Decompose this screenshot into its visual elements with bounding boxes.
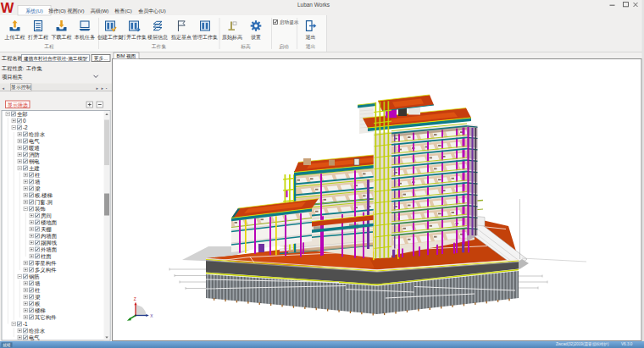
svg-text:下载工程: 下载工程 — [52, 34, 72, 40]
svg-text:弱电: 弱电 — [29, 158, 40, 165]
svg-text:本机任务: 本机任务 — [74, 35, 95, 40]
svg-text:暖通: 暖通 — [29, 145, 40, 152]
svg-text:板: 板 — [34, 301, 41, 307]
svg-text:Luban Works: Luban Works — [297, 2, 330, 8]
svg-text:启动: 启动 — [279, 44, 289, 50]
svg-text:给排水: 给排水 — [28, 131, 46, 138]
svg-text:设置: 设置 — [251, 34, 261, 40]
svg-text:打开工作集: 打开工作集 — [120, 34, 147, 41]
svg-text:楼地面: 楼地面 — [41, 219, 58, 226]
svg-text:房间: 房间 — [41, 213, 52, 219]
svg-text:视图(V): 视图(V) — [68, 8, 85, 14]
svg-text:楼梯: 楼梯 — [35, 307, 46, 313]
svg-text:W: W — [1, 0, 14, 15]
svg-text:建德市村社合作联社-施工模型: 建德市村社合作联社-施工模型 — [23, 56, 87, 62]
svg-text:电气: 电气 — [29, 138, 40, 144]
svg-text:装饰: 装饰 — [35, 206, 46, 212]
svg-text:启动提示: 启动提示 — [280, 19, 299, 25]
svg-text:显示筛选: 显示筛选 — [8, 102, 28, 108]
svg-text:会员中心(U): 会员中心(U) — [138, 8, 165, 14]
svg-text:˅: ˅ — [231, 38, 234, 42]
svg-text:更多...: 更多... — [94, 56, 108, 61]
svg-text:操作(O): 操作(O) — [48, 8, 66, 14]
svg-text:梁: 梁 — [35, 294, 41, 300]
svg-text:外墙面: 外墙面 — [41, 246, 58, 253]
svg-text:项目相关: 项目相关 — [2, 74, 23, 80]
svg-text:墙: 墙 — [34, 280, 41, 287]
svg-text:全部: 全部 — [17, 111, 28, 118]
svg-text:-1: -1 — [23, 321, 28, 327]
svg-text:Z: Z — [134, 297, 136, 301]
svg-text:创建工作集: 创建工作集 — [97, 34, 123, 41]
svg-text:打开工程: 打开工程 — [27, 34, 48, 41]
svg-text:电气: 电气 — [29, 334, 40, 340]
svg-text:零星构件: 零星构件 — [35, 260, 57, 267]
svg-text:退出: 退出 — [306, 43, 316, 49]
svg-text:上传工程: 上传工程 — [4, 34, 25, 40]
svg-text:踢脚线: 踢脚线 — [41, 240, 58, 246]
svg-text:门窗.洞: 门窗.洞 — [35, 199, 53, 206]
svg-text:-2: -2 — [23, 124, 28, 130]
svg-text:工作集: 工作集 — [152, 43, 167, 49]
svg-text:退出: 退出 — [306, 34, 316, 40]
svg-text:工作集: 工作集 — [25, 65, 42, 71]
svg-text:柱面: 柱面 — [41, 253, 52, 260]
svg-text:柱: 柱 — [35, 287, 41, 293]
svg-text:梁: 梁 — [35, 185, 41, 191]
svg-text:天棚: 天棚 — [41, 226, 52, 232]
svg-text:指定基点: 指定基点 — [170, 34, 192, 41]
svg-text:柱: 柱 — [35, 172, 41, 178]
svg-text:其它构件: 其它构件 — [35, 314, 57, 321]
svg-text:工程名称:: 工程名称: — [1, 55, 25, 62]
svg-text:显示控制: 显示控制 — [11, 84, 31, 91]
svg-text:内墙面: 内墙面 — [41, 233, 58, 240]
svg-text:0: 0 — [23, 118, 26, 124]
svg-text:系统(U): 系统(U) — [25, 8, 42, 14]
svg-text:板.楼梯: 板.楼梯 — [34, 192, 53, 198]
svg-text:工程: 工程 — [44, 43, 54, 49]
svg-text:楼层信息: 楼层信息 — [147, 35, 168, 41]
svg-text:标高: 标高 — [240, 44, 251, 50]
svg-text:给排水: 给排水 — [28, 328, 46, 334]
svg-text:高级(W): 高级(W) — [91, 8, 109, 14]
svg-text:BIM 视图: BIM 视图 — [117, 53, 136, 59]
svg-text:钢筋: 钢筋 — [28, 273, 40, 279]
svg-text:V6.3.0: V6.3.0 — [621, 342, 633, 346]
svg-text:管理工作集: 管理工作集 — [192, 34, 218, 41]
svg-text:多义构件: 多义构件 — [35, 267, 57, 273]
svg-text:消防: 消防 — [28, 152, 40, 158]
svg-text:墙: 墙 — [34, 179, 41, 185]
svg-text:检查(C): 检查(C) — [114, 8, 131, 14]
svg-text:工程性质:: 工程性质: — [1, 65, 25, 72]
svg-text:土建: 土建 — [29, 165, 40, 172]
